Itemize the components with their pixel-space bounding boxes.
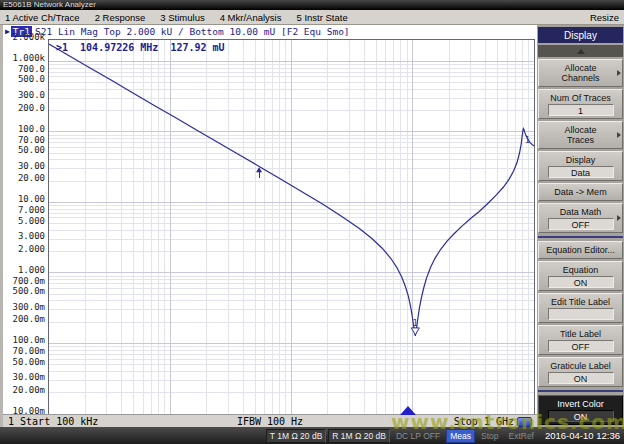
channel-number: 1 bbox=[8, 416, 14, 427]
softkey-value: ON bbox=[548, 372, 614, 384]
y-axis-tick-label: 500.0m bbox=[3, 287, 45, 296]
datetime: 2016-04-10 12:36 bbox=[545, 430, 620, 441]
trace-status-text: S21 Lin Mag Top 2.000 kU / Bottom 10.00 … bbox=[35, 26, 350, 37]
y-axis-tick-label: 200.0 bbox=[3, 104, 45, 113]
status-r-1m-20-db: R 1M Ω 20 dB bbox=[328, 429, 390, 443]
ifbw-readout: IFBW 100 Hz bbox=[237, 416, 303, 427]
softkey-label: Equation bbox=[563, 265, 599, 275]
softkey-data-mem[interactable]: Data -> Mem bbox=[538, 183, 623, 201]
softkey-value: OFF bbox=[548, 340, 614, 352]
softkey-label: Allocate bbox=[564, 63, 596, 73]
menu-item[interactable]: 4 Mkr/Analysis bbox=[220, 12, 282, 23]
status-stop: Stop bbox=[477, 429, 503, 443]
graph-pane: ▶Tr1S21 Lin Mag Top 2.000 kU / Bottom 10… bbox=[3, 25, 537, 428]
softkey-label: Equation Editor... bbox=[546, 245, 615, 255]
y-axis-tick-label: 300.0m bbox=[3, 303, 45, 312]
status-bar: T 1M Ω 20 dBR 1M Ω 20 dBDC LP OFFMeasSto… bbox=[0, 427, 624, 444]
y-axis-tick-label: 500.0 bbox=[3, 75, 45, 84]
main-area: ▶Tr1S21 Lin Mag Top 2.000 kU / Bottom 10… bbox=[0, 25, 624, 428]
softkey-value: Data bbox=[548, 166, 614, 178]
y-axis-tick-label: 2.000k bbox=[3, 33, 45, 42]
y-axis-tick-label: 300.0 bbox=[3, 91, 45, 100]
status-dc-lp-off: DC LP OFF bbox=[392, 429, 444, 443]
y-axis-tick-label: 200.0m bbox=[3, 315, 45, 324]
y-axis-tick-label: 30.00m bbox=[3, 373, 45, 382]
softkey-value: 1 bbox=[548, 104, 614, 116]
softkey-label: Traces bbox=[567, 135, 594, 145]
y-axis-tick-label: 2.000 bbox=[3, 245, 45, 254]
y-axis-tick-label: 5.000 bbox=[3, 217, 45, 226]
y-axis-tick-label: 50.00m bbox=[3, 358, 45, 367]
softkey-label: Graticule Label bbox=[550, 361, 611, 371]
softkey-label: Invert Color bbox=[557, 399, 604, 409]
softkey-menu-title: Display bbox=[538, 27, 623, 43]
softkey-title-label[interactable]: Title LabelOFF bbox=[538, 325, 623, 355]
network-analyzer-window: E5061B Network Analyzer 1 Active Ch/Trac… bbox=[0, 0, 624, 444]
softkey-value: OFF bbox=[548, 218, 614, 230]
softkey-equation-editor[interactable]: Equation Editor... bbox=[538, 241, 623, 259]
softkey-label: Title Label bbox=[560, 329, 601, 339]
status-segments: T 1M Ω 20 dBR 1M Ω 20 dBDC LP OFFMeasSto… bbox=[266, 429, 538, 443]
menu-item[interactable]: 1 Active Ch/Trace bbox=[5, 12, 80, 23]
tray-icon bbox=[517, 417, 532, 427]
stimulus-bar: 1 Start 100 kHz IFBW 100 Hz Stop 1 GHz bbox=[3, 414, 537, 428]
softkey-buttons: AllocateChannelsNum Of Traces1AllocateTr… bbox=[538, 59, 623, 427]
softkey-label: Channels bbox=[561, 73, 599, 83]
y-axis-tick-label: 70.00 bbox=[3, 136, 45, 145]
menu-item[interactable]: 3 Stimulus bbox=[160, 12, 204, 23]
softkey-sidebar: Display AllocateChannelsNum Of Traces1Al… bbox=[537, 25, 624, 428]
resize-button[interactable]: Resize bbox=[590, 12, 619, 23]
menu-item[interactable]: 2 Response bbox=[95, 12, 146, 23]
softkey-label: Display bbox=[566, 155, 596, 165]
y-axis-tick-label: 30.00 bbox=[3, 162, 45, 171]
plot-canvas: 11 bbox=[49, 40, 534, 414]
status-extref: ExtRef bbox=[504, 429, 538, 443]
y-axis-tick-label: 20.00m bbox=[3, 386, 45, 395]
menu-bar: 1 Active Ch/Trace2 Response3 Stimulus4 M… bbox=[0, 10, 624, 25]
menu-item[interactable]: 5 Instr State bbox=[296, 12, 347, 23]
window-title: E5061B Network Analyzer bbox=[3, 0, 96, 9]
softkey-graticule-label[interactable]: Graticule LabelON bbox=[538, 357, 623, 387]
plot-area[interactable]: 11 bbox=[48, 39, 535, 415]
softkey-equation[interactable]: EquationON bbox=[538, 261, 623, 291]
softkey-allocate-traces[interactable]: AllocateTraces bbox=[538, 121, 623, 149]
softkey-invert-color[interactable]: Invert ColorON bbox=[538, 395, 623, 425]
softkey-separator bbox=[538, 236, 623, 238]
trace-number-label: 1 bbox=[525, 136, 530, 145]
y-axis-tick-label: 20.00 bbox=[3, 174, 45, 183]
menu-items: 1 Active Ch/Trace2 Response3 Stimulus4 M… bbox=[5, 12, 348, 23]
softkey-label: Allocate bbox=[564, 125, 596, 135]
marker-1-number: 1 bbox=[413, 319, 418, 328]
marker-stimulus-indicator-icon bbox=[400, 406, 416, 415]
y-axis-tick-label: 10.00 bbox=[3, 195, 45, 204]
softkey-value: ON bbox=[548, 276, 614, 288]
softkey-label: Data -> Mem bbox=[554, 187, 606, 197]
y-axis-tick-label: 100.0m bbox=[3, 336, 45, 345]
softkey-edit-title-label[interactable]: Edit Title Label bbox=[538, 293, 623, 323]
softkey-label: Data Math bbox=[560, 207, 602, 217]
softkey-allocate-channels[interactable]: AllocateChannels bbox=[538, 59, 623, 87]
softkey-label: Num Of Traces bbox=[550, 93, 611, 103]
submenu-arrow-icon bbox=[617, 215, 621, 221]
trace-status-line[interactable]: ▶Tr1S21 Lin Mag Top 2.000 kU / Bottom 10… bbox=[3, 25, 350, 38]
status-t-1m-20-db: T 1M Ω 20 dB bbox=[266, 429, 327, 443]
softkey-value bbox=[548, 308, 614, 320]
softkey-num-of-traces[interactable]: Num Of Traces1 bbox=[538, 89, 623, 119]
softkey-label: Edit Title Label bbox=[551, 297, 610, 307]
submenu-arrow-icon bbox=[617, 70, 621, 76]
softkey-display[interactable]: DisplayData bbox=[538, 151, 623, 181]
y-axis-tick-label: 700.0m bbox=[3, 277, 45, 286]
softkey-scroll-up-button[interactable] bbox=[538, 45, 623, 57]
start-frequency: Start 100 kHz bbox=[20, 416, 98, 427]
submenu-arrow-icon bbox=[617, 132, 621, 138]
window-titlebar[interactable]: E5061B Network Analyzer bbox=[0, 0, 624, 10]
y-axis-tick-label: 3.000 bbox=[3, 232, 45, 241]
softkey-separator bbox=[538, 390, 623, 392]
y-axis-tick-label: 100.0 bbox=[3, 125, 45, 134]
y-axis-tick-label: 1.000 bbox=[3, 266, 45, 275]
y-axis-tick-label: 700.0 bbox=[3, 65, 45, 74]
softkey-data-math[interactable]: Data MathOFF bbox=[538, 203, 623, 233]
y-axis-tick-label: 50.00 bbox=[3, 146, 45, 155]
y-axis-tick-label: 70.00m bbox=[3, 347, 45, 356]
status-meas: Meas bbox=[446, 429, 475, 443]
